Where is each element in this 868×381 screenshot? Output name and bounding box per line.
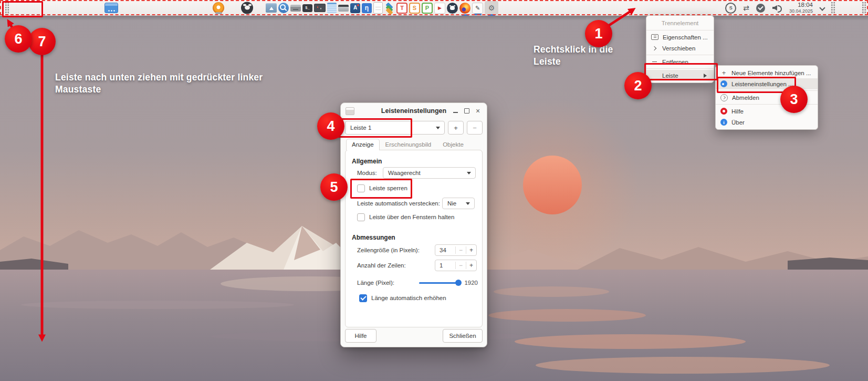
chevron-down-icon: [436, 127, 440, 131]
maximize-button[interactable]: [463, 107, 471, 115]
modus-row: Modus: Waagerecht: [346, 167, 482, 179]
about-icon: i: [720, 119, 727, 126]
close-icon[interactable]: ×: [474, 107, 482, 115]
window-buttons-icon[interactable]: [104, 3, 118, 13]
text-editor-icon[interactable]: ✎: [472, 3, 483, 14]
num-rows-spinner[interactable]: 1 − +: [435, 260, 477, 271]
printer-icon[interactable]: [290, 5, 301, 12]
clock-time: 18:04: [789, 2, 813, 8]
menu-item-eigenschaften[interactable]: Eigenschaften ...: [646, 32, 714, 43]
launcher-orange-swirl-icon[interactable]: [213, 2, 224, 14]
document-app-icon[interactable]: [373, 2, 383, 14]
menu-separator: [646, 55, 714, 55]
media-player-icon[interactable]: ▶: [434, 3, 445, 14]
slider-knob[interactable]: [455, 280, 462, 286]
spin-increase-icon[interactable]: +: [466, 246, 476, 254]
clock[interactable]: 18:04 30.04.2025: [789, 2, 813, 14]
num-rows-label: Anzahl der Zeilen:: [357, 262, 406, 269]
step-5-badge: 5: [320, 173, 348, 201]
length-value: 1920: [464, 280, 478, 286]
system-monitor-icon[interactable]: [314, 4, 326, 12]
step-3-badge: 3: [780, 86, 808, 113]
close-button[interactable]: Schließen: [443, 329, 483, 343]
add-panel-button[interactable]: +: [448, 121, 464, 135]
file-manager-icon[interactable]: [266, 3, 277, 13]
remove-panel-button[interactable]: −: [467, 121, 483, 135]
spin-decrease-icon[interactable]: −: [455, 246, 466, 254]
row-size-row: Zeilengröße (in Pixeln): 34 − +: [346, 244, 482, 256]
row-size-spinner[interactable]: 34 − +: [435, 244, 477, 256]
menu-item-verschieben[interactable]: Verschieben: [646, 43, 714, 54]
autohide-row: Leiste automatisch verstecken: Nie: [346, 198, 482, 209]
length-label: Länge (Pixel):: [357, 280, 394, 286]
auto-length-checkbox[interactable]: [359, 294, 367, 302]
modus-label: Modus:: [357, 170, 377, 176]
keep-above-checkbox[interactable]: [357, 213, 365, 221]
texstudio-icon[interactable]: T: [396, 3, 407, 14]
tab-erscheinungsbild[interactable]: Erscheinungsbild: [380, 139, 437, 150]
system-tray: S ⇄ 18:04 30.04.2025: [725, 0, 835, 16]
launcher-strip: $_ A η T S P ▶ ✎ ⚙: [266, 0, 498, 16]
settings-icon[interactable]: ⚙: [485, 1, 498, 15]
scanner-icon[interactable]: [338, 5, 349, 12]
step-6-badge: 6: [5, 25, 32, 53]
add-icon: +: [720, 69, 727, 76]
panel-grabber-right-icon[interactable]: [862, 2, 866, 14]
menu-item-ueber[interactable]: i Über: [716, 117, 818, 128]
drag-instruction-text: Leiste nach unten ziehen mit gedrückter …: [55, 71, 278, 96]
autohide-select[interactable]: Nie: [442, 198, 475, 209]
top-panel[interactable]: $_ A η T S P ▶ ✎ ⚙ S ⇄ 18:04 30.04.2025: [0, 0, 868, 16]
pdf-reader-icon[interactable]: A: [350, 3, 360, 13]
p-app-icon[interactable]: P: [422, 3, 433, 14]
keep-above-label: Leiste über den Fenstern halten: [369, 214, 454, 220]
keep-above-row: Leiste über den Fenstern halten: [346, 211, 482, 223]
modus-select[interactable]: Waagerecht: [383, 167, 476, 179]
chevron-down-icon: [467, 172, 471, 177]
length-slider[interactable]: [419, 282, 460, 284]
properties-icon: [651, 34, 658, 40]
highlight-panel-combo: [334, 118, 412, 138]
length-row: Länge (Pixel): 1920: [346, 277, 482, 289]
step-4-badge: 4: [317, 112, 344, 140]
logout-icon: [720, 94, 728, 101]
menu-header-trennelement: Trennelement: [646, 17, 714, 29]
dialog-titlebar[interactable]: Leisteneinstellungen ×: [341, 103, 487, 119]
help-button[interactable]: Hilfe: [345, 329, 377, 343]
spin-increase-icon[interactable]: +: [466, 262, 476, 269]
network-arrows-icon[interactable]: ⇄: [743, 4, 749, 12]
auto-length-row: Länge automatisch erhöhen: [346, 292, 482, 304]
num-rows-row: Anzahl der Zeilen: 1 − +: [346, 260, 482, 271]
highlight-leiste-item: [644, 63, 718, 80]
github-icon[interactable]: [447, 3, 458, 14]
search-icon[interactable]: [278, 3, 289, 13]
panel-grabber-mid-icon[interactable]: [831, 2, 835, 14]
notes-icon[interactable]: [327, 3, 337, 13]
section-abmessungen: Abmessungen: [352, 232, 482, 243]
panel-settings-dialog: Leisteneinstellungen × Leiste 1 + − Anze…: [340, 102, 487, 347]
s-app-icon[interactable]: S: [409, 3, 420, 14]
chevron-down-icon[interactable]: [820, 6, 824, 10]
volume-icon[interactable]: [772, 4, 782, 12]
clock-date: 30.04.2025: [789, 8, 813, 14]
dialog-tabs: Anzeige Erscheinungsbild Objekte: [346, 139, 469, 150]
step-7-badge: 7: [28, 28, 56, 55]
section-allgemein: Allgemein: [352, 156, 482, 167]
tab-anzeige[interactable]: Anzeige: [346, 139, 380, 150]
spin-decrease-icon[interactable]: −: [455, 262, 466, 269]
auto-length-label: Länge automatisch erhöhen: [371, 295, 446, 301]
right-click-instruction-text: Rechtsklick in die Leiste: [534, 44, 633, 68]
chevron-down-icon: [466, 202, 470, 207]
updates-ok-icon[interactable]: [756, 4, 765, 13]
layers-app-icon[interactable]: [384, 3, 395, 13]
anzeige-tab-panel: Allgemein Modus: Waagerecht Leiste sperr…: [345, 150, 483, 327]
terminal-icon[interactable]: $_: [302, 4, 312, 12]
step-1-badge: 1: [585, 20, 612, 47]
minimize-button[interactable]: [451, 107, 459, 115]
firefox-icon[interactable]: [459, 3, 470, 14]
sync-icon[interactable]: S: [725, 3, 736, 14]
latex-app-icon[interactable]: η: [362, 3, 372, 13]
launcher-dark-app-icon[interactable]: [241, 2, 253, 14]
tab-objekte[interactable]: Objekte: [437, 139, 469, 150]
row-size-value: 34: [435, 247, 455, 253]
help-icon: [720, 108, 727, 115]
